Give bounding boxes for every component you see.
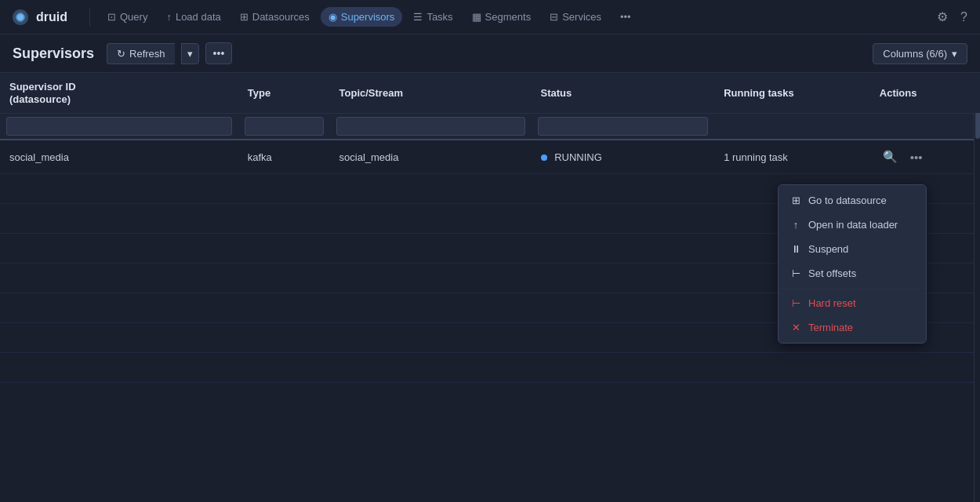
- col-running-tasks-label: Running tasks: [724, 87, 861, 99]
- running-tasks-value: 1 running task: [724, 151, 788, 163]
- columns-button[interactable]: Columns (6/6) ▾: [873, 43, 967, 64]
- nav-label-query: Query: [120, 11, 147, 23]
- page-toolbar: Supervisors ↻ Refresh ▾ ••• Columns (6/6…: [0, 35, 980, 73]
- refresh-icon: ↻: [117, 48, 125, 60]
- set-offsets-icon: ⊢: [789, 267, 802, 279]
- refresh-button[interactable]: ↻ Refresh: [107, 43, 175, 64]
- refresh-label: Refresh: [129, 48, 165, 60]
- menu-divider: [779, 288, 926, 289]
- scroll-indicator[interactable]: [974, 73, 980, 502]
- cell-supervisor-id: social_media: [0, 140, 238, 174]
- svg-point-0: [17, 14, 24, 20]
- col-topic-stream-label: Topic/Stream: [339, 87, 522, 99]
- col-type-label: Type: [248, 87, 321, 99]
- status-value: RUNNING: [554, 151, 602, 163]
- logo-text: druid: [36, 10, 67, 24]
- menu-item-open-in-data-loader[interactable]: ↑ Open in data loader: [779, 213, 926, 237]
- nav-item-more[interactable]: •••: [612, 7, 639, 27]
- col-supervisor-id: Supervisor ID (datasource): [0, 73, 238, 114]
- col-supervisor-id-label: Supervisor ID: [9, 81, 229, 93]
- filter-supervisor-id-input[interactable]: [6, 117, 232, 136]
- go-to-datasource-icon: ⊞: [789, 195, 802, 206]
- app-logo[interactable]: druid: [9, 6, 67, 28]
- nav-item-query[interactable]: ⊡ Query: [100, 7, 155, 27]
- help-button[interactable]: ?: [957, 7, 971, 27]
- load-data-icon: ↑: [166, 11, 172, 23]
- nav-item-tasks[interactable]: ☰ Tasks: [405, 7, 460, 27]
- nav-item-supervisors[interactable]: ◉ Supervisors: [321, 7, 403, 27]
- menu-label-suspend: Suspend: [808, 243, 848, 255]
- table-header-row: Supervisor ID (datasource) Type Topic/St…: [0, 73, 980, 114]
- type-value: kafka: [248, 151, 272, 163]
- cell-actions: 🔍 •••: [870, 140, 980, 174]
- tasks-icon: ☰: [413, 11, 423, 23]
- cell-topic-stream: social_media: [330, 140, 532, 174]
- table-row: social_media kafka social_media RUNNING …: [0, 140, 980, 174]
- suspend-icon: ⏸: [789, 243, 802, 255]
- filter-type-input[interactable]: [245, 117, 324, 136]
- supervisors-icon: ◉: [328, 11, 337, 23]
- datasources-icon: ⊞: [240, 11, 249, 23]
- more-nav-icon: •••: [620, 11, 631, 23]
- columns-label: Columns (6/6): [883, 48, 947, 60]
- nav-divider: [89, 8, 90, 27]
- menu-item-go-to-datasource[interactable]: ⊞ Go to datasource: [779, 188, 926, 213]
- refresh-dropdown-button[interactable]: ▾: [181, 43, 199, 64]
- filter-topic-stream[interactable]: [330, 114, 532, 140]
- menu-item-hard-reset[interactable]: ⊢ Hard reset: [779, 291, 926, 315]
- col-status-label: Status: [541, 87, 706, 99]
- menu-label-go-to-datasource: Go to datasource: [808, 195, 887, 206]
- filter-topic-stream-input[interactable]: [336, 117, 525, 136]
- filter-status[interactable]: [532, 114, 715, 140]
- filter-running-tasks-empty: [714, 114, 870, 140]
- table-filter-row: [0, 114, 980, 140]
- nav-label-services: Services: [562, 11, 601, 23]
- hard-reset-icon: ⊢: [789, 297, 802, 309]
- empty-row-7: [0, 353, 980, 383]
- more-action-button[interactable]: •••: [906, 149, 927, 166]
- topic-stream-value: social_media: [339, 151, 399, 163]
- query-icon: ⊡: [107, 11, 116, 23]
- supervisor-id-value: social_media: [9, 151, 69, 163]
- menu-item-set-offsets[interactable]: ⊢ Set offsets: [779, 261, 926, 286]
- terminate-icon: ✕: [789, 322, 802, 333]
- nav-label-segments: Segments: [485, 11, 532, 23]
- columns-arrow-icon: ▾: [952, 48, 957, 60]
- col-actions: Actions: [870, 73, 980, 114]
- dropdown-arrow-icon: ▾: [187, 48, 193, 60]
- filter-supervisor-id[interactable]: [0, 114, 238, 140]
- nav-item-load-data[interactable]: ↑ Load data: [158, 7, 228, 27]
- col-topic-stream: Topic/Stream: [330, 73, 532, 114]
- settings-button[interactable]: ⚙: [934, 6, 951, 27]
- nav-item-datasources[interactable]: ⊞ Datasources: [232, 7, 318, 27]
- cell-running-tasks: 1 running task: [714, 140, 870, 174]
- filter-type[interactable]: [238, 114, 330, 140]
- context-menu: ⊞ Go to datasource ↑ Open in data loader…: [778, 184, 927, 344]
- col-supervisor-id-sub: (datasource): [9, 93, 229, 105]
- supervisors-table-container: Supervisor ID (datasource) Type Topic/St…: [0, 73, 980, 502]
- nav-label-load-data: Load data: [176, 11, 221, 23]
- col-type: Type: [238, 73, 330, 114]
- more-actions-button[interactable]: •••: [205, 42, 233, 64]
- top-navigation: druid ⊡ Query ↑ Load data ⊞ Datasources …: [0, 0, 980, 35]
- nav-item-services[interactable]: ⊟ Services: [542, 7, 609, 27]
- more-icon: •••: [213, 47, 225, 60]
- status-dot: [541, 155, 547, 161]
- open-in-data-loader-icon: ↑: [789, 219, 802, 231]
- nav-label-supervisors: Supervisors: [341, 11, 395, 23]
- menu-item-terminate[interactable]: ✕ Terminate: [779, 315, 926, 340]
- page-title: Supervisors: [13, 45, 94, 62]
- nav-item-segments[interactable]: ▦ Segments: [464, 7, 539, 27]
- nav-label-datasources: Datasources: [252, 11, 310, 23]
- filter-status-input[interactable]: [538, 117, 709, 136]
- col-actions-label: Actions: [880, 87, 971, 99]
- filter-actions-empty: [870, 114, 980, 140]
- nav-right-actions: ⚙ ?: [934, 6, 971, 27]
- view-action-button[interactable]: 🔍: [880, 148, 901, 166]
- menu-item-suspend[interactable]: ⏸ Suspend: [779, 237, 926, 261]
- col-running-tasks: Running tasks: [714, 73, 870, 114]
- menu-label-open-in-data-loader: Open in data loader: [808, 219, 898, 231]
- col-status: Status: [532, 73, 715, 114]
- menu-label-terminate: Terminate: [808, 322, 853, 333]
- segments-icon: ▦: [472, 11, 481, 23]
